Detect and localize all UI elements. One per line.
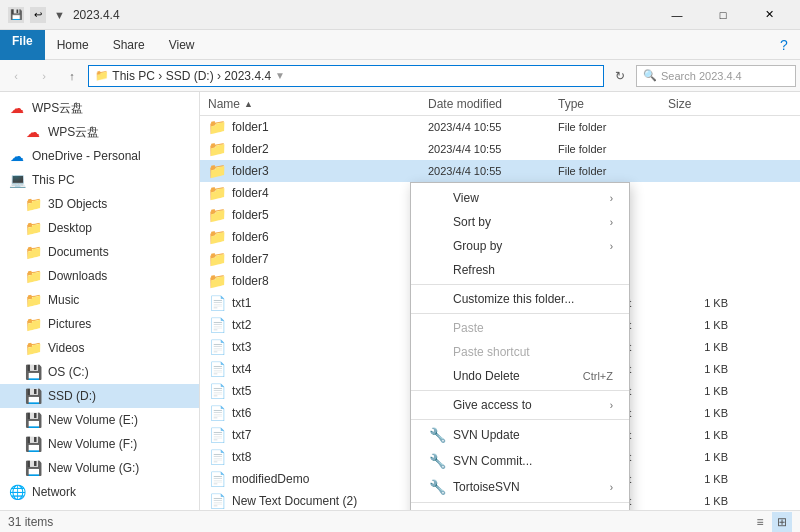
submenu-arrow-icon: › <box>610 193 613 204</box>
sidebar-item-13[interactable]: 💾New Volume (E:) <box>0 408 199 432</box>
file-row[interactable]: 📁folder22023/4/4 10:55File folder <box>200 138 800 160</box>
sidebar-item-label: Pictures <box>48 317 91 331</box>
ctx-item-group-by[interactable]: Group by› <box>411 234 629 258</box>
help-button[interactable]: ? <box>772 33 796 57</box>
status-bar: 31 items ≡ ⊞ <box>0 510 800 532</box>
view-large-icons-button[interactable]: ⊞ <box>772 512 792 532</box>
sidebar-item-11[interactable]: 💾OS (C:) <box>0 360 199 384</box>
txt-file-icon: 📄 <box>208 470 226 488</box>
ctx-divider <box>411 502 629 503</box>
sidebar-item-14[interactable]: 💾New Volume (F:) <box>0 432 199 456</box>
ctx-item-give-access-to[interactable]: Give access to› <box>411 393 629 417</box>
file-name: folder3 <box>232 164 428 178</box>
sidebar: ☁WPS云盘☁WPS云盘☁OneDrive - Personal💻This PC… <box>0 92 200 510</box>
ctx-item-new[interactable]: New› <box>411 505 629 510</box>
sidebar-item-8[interactable]: 📁Music <box>0 288 199 312</box>
txt-file-icon: 📄 <box>208 360 226 378</box>
sidebar-item-3[interactable]: 💻This PC <box>0 168 199 192</box>
drive-icon: 💾 <box>24 459 42 477</box>
sidebar-item-1[interactable]: ☁WPS云盘 <box>0 120 199 144</box>
menu-bar: File Home Share View ? <box>0 30 800 60</box>
sidebar-item-label: 3D Objects <box>48 197 107 211</box>
ctx-item-undo-delete[interactable]: Undo DeleteCtrl+Z <box>411 364 629 388</box>
txt-file-icon: 📄 <box>208 426 226 444</box>
folder-file-icon: 📁 <box>208 118 226 136</box>
minimize-button[interactable]: — <box>654 0 700 30</box>
sidebar-item-label: WPS云盘 <box>32 100 83 117</box>
txt-file-icon: 📄 <box>208 382 226 400</box>
ctx-item-customize-this-folder...[interactable]: Customize this folder... <box>411 287 629 311</box>
file-name: txt8 <box>232 450 428 464</box>
back-button[interactable]: ‹ <box>4 64 28 88</box>
folder-file-icon: 📁 <box>208 140 226 158</box>
drive-icon: 💾 <box>24 435 42 453</box>
sidebar-item-5[interactable]: 📁Desktop <box>0 216 199 240</box>
address-path[interactable]: 📁 This PC › SSD (D:) › 2023.4.4 ▼ <box>88 65 604 87</box>
sidebar-item-4[interactable]: 📁3D Objects <box>0 192 199 216</box>
menu-file[interactable]: File <box>0 30 45 60</box>
path-text: This PC › SSD (D:) › 2023.4.4 <box>112 69 271 83</box>
submenu-arrow-icon: › <box>610 217 613 228</box>
window-controls: — □ ✕ <box>654 0 792 30</box>
refresh-button[interactable]: ↻ <box>608 64 632 88</box>
up-button[interactable]: ↑ <box>60 64 84 88</box>
ctx-item-tortoisesvn[interactable]: 🔧TortoiseSVN› <box>411 474 629 500</box>
col-name[interactable]: Name ▲ <box>208 97 428 111</box>
file-type: File folder <box>558 165 668 177</box>
file-name: folder1 <box>232 120 428 134</box>
undo-btn[interactable]: ↩ <box>30 7 46 23</box>
sidebar-item-10[interactable]: 📁Videos <box>0 336 199 360</box>
sort-arrow-icon: ▲ <box>244 99 253 109</box>
folder-file-icon: 📁 <box>208 184 226 202</box>
ctx-label: Undo Delete <box>453 369 520 383</box>
col-size[interactable]: Size <box>668 97 728 111</box>
sidebar-item-6[interactable]: 📁Documents <box>0 240 199 264</box>
sidebar-item-12[interactable]: 💾SSD (D:) <box>0 384 199 408</box>
save-btn[interactable]: 💾 <box>8 7 24 23</box>
folder-icon: 📁 <box>24 267 42 285</box>
maximize-button[interactable]: □ <box>700 0 746 30</box>
sidebar-item-15[interactable]: 💾New Volume (G:) <box>0 456 199 480</box>
sidebar-item-2[interactable]: ☁OneDrive - Personal <box>0 144 199 168</box>
sidebar-item-label: OneDrive - Personal <box>32 149 141 163</box>
file-list-header: Name ▲ Date modified Type Size <box>200 92 800 116</box>
file-name: folder4 <box>232 186 428 200</box>
sidebar-item-label: SSD (D:) <box>48 389 96 403</box>
ctx-label: Group by <box>453 239 502 253</box>
folder-file-icon: 📁 <box>208 272 226 290</box>
ctx-item-svn-update[interactable]: 🔧SVN Update <box>411 422 629 448</box>
sidebar-item-label: New Volume (G:) <box>48 461 139 475</box>
onedrive-icon: ☁ <box>8 147 26 165</box>
file-name: folder2 <box>232 142 428 156</box>
menu-home[interactable]: Home <box>45 34 101 56</box>
sidebar-item-16[interactable]: 🌐Network <box>0 480 199 504</box>
col-date[interactable]: Date modified <box>428 97 558 111</box>
view-details-button[interactable]: ≡ <box>750 512 770 532</box>
ctx-item-refresh[interactable]: Refresh <box>411 258 629 282</box>
sidebar-item-7[interactable]: 📁Downloads <box>0 264 199 288</box>
file-row[interactable]: 📁folder12023/4/4 10:55File folder <box>200 116 800 138</box>
file-row[interactable]: 📁folder32023/4/4 10:55File folder <box>200 160 800 182</box>
file-type: File folder <box>558 121 668 133</box>
forward-button[interactable]: › <box>32 64 56 88</box>
search-box[interactable]: 🔍 Search 2023.4.4 <box>636 65 796 87</box>
file-name: folder8 <box>232 274 428 288</box>
sidebar-item-label: Downloads <box>48 269 107 283</box>
col-type[interactable]: Type <box>558 97 668 111</box>
address-bar: ‹ › ↑ 📁 This PC › SSD (D:) › 2023.4.4 ▼ … <box>0 60 800 92</box>
menu-share[interactable]: Share <box>101 34 157 56</box>
menu-view[interactable]: View <box>157 34 207 56</box>
file-size: 1 KB <box>668 451 728 463</box>
ctx-divider <box>411 313 629 314</box>
search-icon: 🔍 <box>643 69 657 82</box>
ctx-label: SVN Update <box>453 428 520 442</box>
submenu-arrow-icon: › <box>610 241 613 252</box>
ctx-item-sort-by[interactable]: Sort by› <box>411 210 629 234</box>
sidebar-item-0[interactable]: ☁WPS云盘 <box>0 96 199 120</box>
ctx-item-svn-commit...[interactable]: 🔧SVN Commit... <box>411 448 629 474</box>
txt-file-icon: 📄 <box>208 448 226 466</box>
sidebar-item-9[interactable]: 📁Pictures <box>0 312 199 336</box>
file-type: File folder <box>558 143 668 155</box>
close-button[interactable]: ✕ <box>746 0 792 30</box>
ctx-item-view[interactable]: View› <box>411 186 629 210</box>
